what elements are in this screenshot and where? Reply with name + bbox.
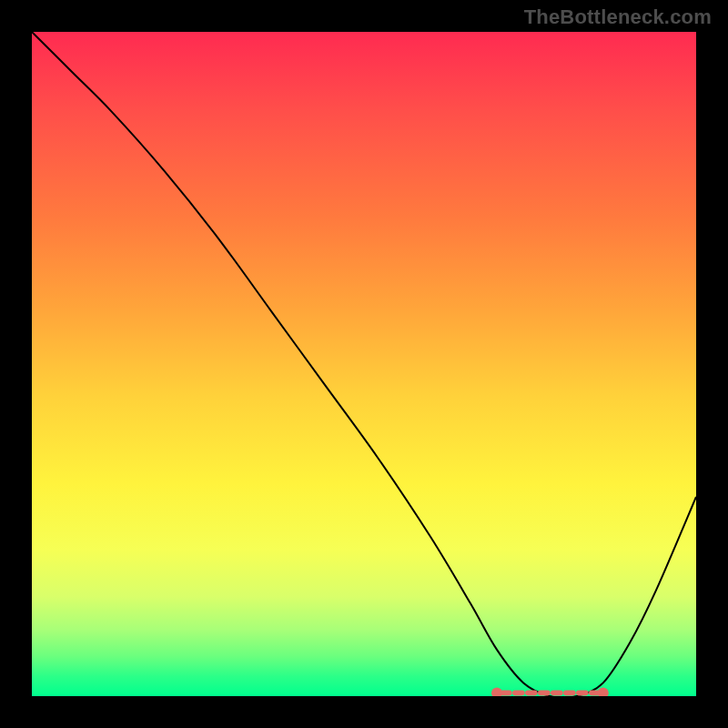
bottleneck-curve [32,32,696,696]
gradient-plot-area [32,32,696,696]
chart-frame: TheBottleneck.com [0,0,728,728]
watermark-text: TheBottleneck.com [524,5,712,29]
curve-svg [32,32,696,696]
optimal-range-start-dot [491,687,502,696]
optimal-range-end-dot [598,687,609,696]
